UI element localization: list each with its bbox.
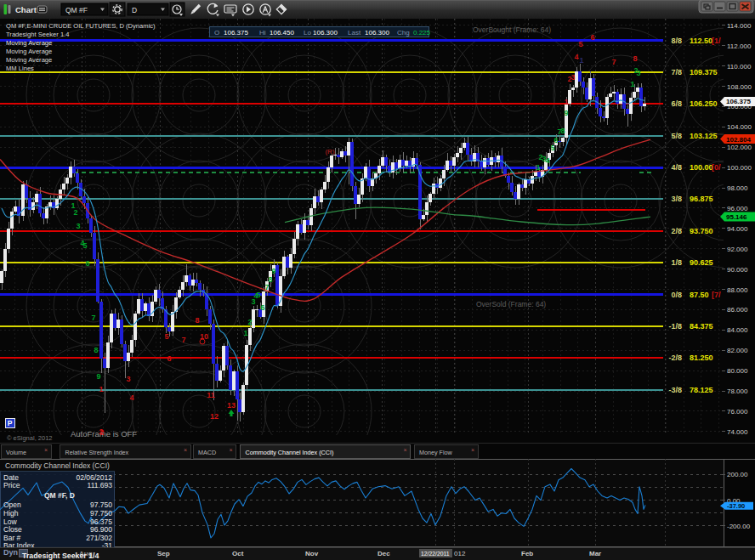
svg-text:6: 6 (167, 354, 171, 363)
svg-text:200.00: 200.00 (727, 471, 748, 478)
svg-text:MM Lines: MM Lines (6, 65, 34, 72)
svg-text:[7/: [7/ (712, 291, 721, 299)
svg-text:Moving Average: Moving Average (6, 56, 52, 64)
svg-text:94.000: 94.000 (727, 225, 748, 233)
svg-text:108.000: 108.000 (727, 83, 752, 91)
svg-text:6: 6 (590, 33, 594, 42)
svg-text:78.000: 78.000 (727, 387, 748, 395)
svg-text:74.000: 74.000 (727, 428, 748, 436)
svg-text:02/06/2012: 02/06/2012 (76, 473, 112, 482)
svg-text:Price: Price (3, 481, 20, 489)
svg-text:2: 2 (99, 427, 103, 436)
svg-text:QM #F: QM #F (65, 6, 88, 14)
svg-text:90.000: 90.000 (727, 266, 748, 274)
svg-text:Oct: Oct (232, 550, 244, 557)
svg-text:QM #F,E-MINI CRUDE OIL FUTURES: QM #F,E-MINI CRUDE OIL FUTURES, D (Dynam… (6, 22, 156, 30)
svg-text:109.375: 109.375 (690, 68, 718, 76)
svg-text:106.375: 106.375 (224, 29, 248, 37)
svg-text:12: 12 (210, 412, 219, 421)
svg-text:-2/8: -2/8 (668, 354, 682, 362)
svg-text:7: 7 (181, 336, 185, 344)
svg-text:QM #F, D: QM #F, D (44, 491, 75, 500)
svg-text:×: × (44, 447, 48, 453)
svg-text:13: 13 (227, 401, 236, 410)
svg-text:O: O (214, 29, 219, 37)
svg-text:MACD: MACD (198, 449, 216, 456)
svg-text:Bar #: Bar # (3, 534, 21, 542)
svg-text:0.225: 0.225 (413, 29, 431, 37)
svg-text:3: 3 (76, 222, 80, 230)
svg-text:(R): (R) (325, 148, 334, 156)
svg-text:84.000: 84.000 (727, 326, 748, 334)
svg-text:106.300: 106.300 (313, 29, 338, 37)
svg-text:4: 4 (129, 393, 133, 402)
svg-text:84.375: 84.375 (690, 322, 713, 331)
svg-text:96.900: 96.900 (90, 525, 112, 534)
svg-text:102.000: 102.000 (727, 144, 752, 151)
svg-text:81.250: 81.250 (690, 354, 713, 362)
svg-text:92.000: 92.000 (727, 246, 748, 253)
svg-text:6/8: 6/8 (671, 99, 682, 108)
svg-text:Money Flow: Money Flow (419, 449, 453, 456)
svg-text:OverSold (Frame: 64): OverSold (Frame: 64) (476, 300, 546, 308)
svg-text:8: 8 (633, 54, 637, 63)
svg-text:106.300: 106.300 (365, 29, 389, 37)
svg-text:97.750: 97.750 (90, 501, 112, 509)
svg-text:106.250: 106.250 (690, 99, 718, 108)
svg-text:Hi: Hi (259, 29, 266, 37)
svg-text:012: 012 (454, 550, 466, 557)
svg-text:Last: Last (348, 29, 361, 37)
svg-text:106.450: 106.450 (270, 29, 294, 37)
svg-text:6: 6 (85, 259, 89, 268)
svg-text:97.750: 97.750 (90, 509, 112, 518)
svg-text:7: 7 (264, 283, 269, 291)
svg-text:High: High (3, 509, 19, 518)
svg-text:1: 1 (564, 98, 568, 106)
svg-text:11: 11 (207, 391, 215, 399)
svg-text:76.000: 76.000 (727, 408, 748, 416)
svg-text:Moving Average: Moving Average (6, 39, 52, 47)
svg-text:110.000: 110.000 (727, 63, 752, 71)
svg-text:88.000: 88.000 (727, 286, 748, 294)
svg-text:9: 9 (96, 372, 100, 381)
svg-text:3: 3 (126, 375, 130, 383)
svg-text:Sep: Sep (157, 550, 170, 557)
svg-text:Tradesight Seeker 1/4: Tradesight Seeker 1/4 (22, 552, 99, 560)
svg-text:5: 5 (82, 241, 87, 250)
svg-text:P: P (8, 419, 13, 427)
svg-text:1: 1 (630, 80, 634, 88)
svg-text:5: 5 (256, 291, 260, 299)
svg-text:78.125: 78.125 (690, 386, 713, 394)
svg-text:9: 9 (271, 267, 275, 275)
svg-text:Open: Open (3, 501, 21, 509)
svg-text:8/8: 8/8 (671, 37, 682, 45)
svg-text:106.375: 106.375 (726, 98, 751, 105)
svg-text:96.875: 96.875 (690, 195, 713, 203)
svg-text:6: 6 (553, 136, 558, 144)
svg-text:1: 1 (243, 329, 247, 337)
svg-text:7: 7 (91, 314, 95, 322)
svg-text:9: 9 (564, 109, 568, 117)
svg-text:102.804: 102.804 (726, 136, 751, 144)
svg-text:111.693: 111.693 (88, 481, 113, 489)
svg-text:100.00: 100.00 (690, 163, 713, 172)
svg-text:7/8: 7/8 (671, 68, 682, 76)
svg-text:Date: Date (3, 473, 19, 482)
svg-text:1: 1 (536, 163, 540, 172)
svg-text:0/8: 0/8 (671, 291, 682, 299)
svg-text:271/302: 271/302 (86, 534, 112, 542)
svg-text:Lo: Lo (304, 29, 311, 37)
svg-text:112.50: 112.50 (690, 37, 712, 45)
svg-text:[0/: [0/ (712, 163, 721, 172)
svg-text:D: D (132, 6, 137, 14)
svg-text:4/8: 4/8 (671, 163, 682, 172)
svg-text:6: 6 (260, 303, 264, 312)
svg-text:86.000: 86.000 (727, 306, 748, 314)
svg-text:[1/: [1/ (712, 37, 721, 45)
svg-text:Close: Close (3, 525, 22, 534)
svg-text:5/8: 5/8 (671, 132, 682, 140)
svg-text:-1/8: -1/8 (668, 322, 682, 331)
svg-text:80.000: 80.000 (727, 367, 748, 375)
svg-text:Relative Strength Index: Relative Strength Index (65, 449, 129, 456)
svg-text:5: 5 (164, 332, 168, 341)
